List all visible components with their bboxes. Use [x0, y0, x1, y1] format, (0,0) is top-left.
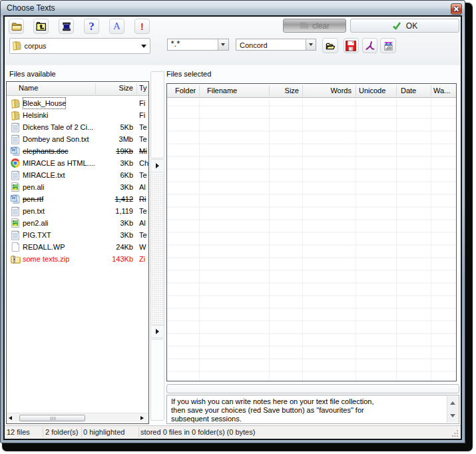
svg-text:W: W — [11, 147, 17, 153]
svg-text:W: W — [11, 195, 17, 201]
